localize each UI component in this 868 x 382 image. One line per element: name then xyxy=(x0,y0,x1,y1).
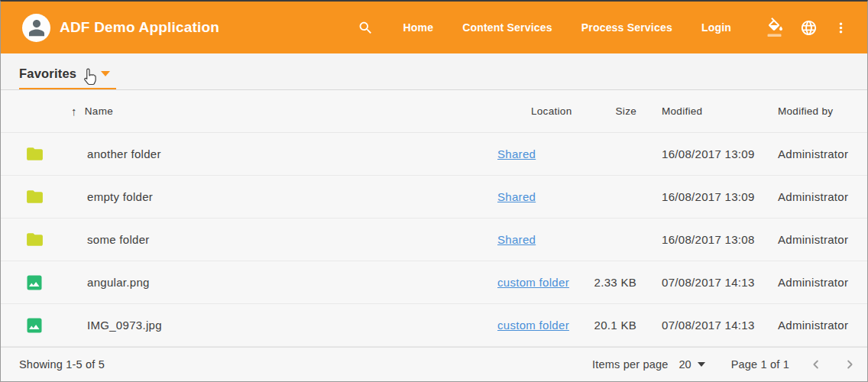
chevron-right-icon xyxy=(843,358,857,371)
table-row[interactable]: some folder Shared 16/08/2017 13:08 Admi… xyxy=(1,219,867,261)
location-link[interactable]: Shared xyxy=(497,147,536,160)
items-per-page-select[interactable]: 20 xyxy=(679,358,704,371)
view-tab-bar: Favorites xyxy=(1,53,867,90)
cell-modified: 07/08/2017 14:13 xyxy=(636,319,778,332)
cell-modified-by: Administrator xyxy=(778,233,849,246)
items-per-page-label: Items per page xyxy=(592,358,669,371)
column-header-modified-by[interactable]: Modified by xyxy=(778,105,849,117)
cell-modified-by: Administrator xyxy=(778,319,849,332)
column-header-location[interactable]: Location xyxy=(497,105,585,117)
chevron-left-icon xyxy=(809,358,823,371)
location-link[interactable]: custom folder xyxy=(497,319,569,332)
showing-status: Showing 1-5 of 5 xyxy=(19,358,105,371)
folder-icon xyxy=(25,230,87,249)
cell-modified: 16/08/2017 13:09 xyxy=(636,190,778,203)
nav-login[interactable]: Login xyxy=(701,21,731,34)
column-header-modified[interactable]: Modified xyxy=(636,105,778,117)
items-per-page-value: 20 xyxy=(679,358,691,371)
column-header-name[interactable]: ↑ Name xyxy=(71,105,497,118)
next-page-button[interactable] xyxy=(843,358,857,371)
chevron-down-icon xyxy=(101,71,110,76)
page-status: Page 1 of 1 xyxy=(731,358,789,371)
cell-modified: 16/08/2017 13:08 xyxy=(636,233,778,246)
person-icon xyxy=(25,16,48,39)
nav-home[interactable]: Home xyxy=(403,21,433,34)
tab-favorites[interactable]: Favorites xyxy=(19,66,116,89)
header-icon-group xyxy=(766,18,849,37)
cell-modified: 16/08/2017 13:09 xyxy=(636,147,778,160)
cell-name[interactable]: IMG_0973.jpg xyxy=(87,319,497,332)
location-link[interactable]: Shared xyxy=(497,233,536,246)
app-window: ADF Demo Application Home Content Servic… xyxy=(0,0,868,382)
cell-modified-by: Administrator xyxy=(778,276,849,289)
theme-color-fill-icon[interactable] xyxy=(766,18,785,37)
previous-page-button[interactable] xyxy=(809,358,823,371)
cell-modified-by: Administrator xyxy=(778,147,849,160)
header-nav: Home Content Services Process Services L… xyxy=(358,18,849,37)
folder-icon xyxy=(25,144,87,163)
sort-ascending-icon: ↑ xyxy=(71,105,77,118)
tab-favorites-label: Favorites xyxy=(19,66,76,81)
cell-size: 2.33 KB xyxy=(585,276,636,289)
image-file-icon xyxy=(25,316,87,335)
cell-name[interactable]: angular.png xyxy=(87,276,497,289)
cell-name[interactable]: another folder xyxy=(87,147,497,160)
search-icon[interactable] xyxy=(358,20,374,36)
image-file-icon xyxy=(25,274,87,292)
table-row[interactable]: angular.png custom folder 2.33 KB 07/08/… xyxy=(1,261,867,304)
table-row[interactable]: IMG_0973.jpg custom folder 20.1 KB 07/08… xyxy=(1,304,867,347)
more-vert-icon[interactable] xyxy=(833,20,849,36)
chevron-down-icon xyxy=(698,362,705,367)
app-title: ADF Demo Application xyxy=(60,19,219,36)
cell-modified: 07/08/2017 14:13 xyxy=(636,276,778,289)
cell-size: 20.1 KB xyxy=(585,319,636,332)
cell-modified-by: Administrator xyxy=(778,190,849,203)
column-header-size[interactable]: Size xyxy=(585,105,636,117)
cell-name[interactable]: empty folder xyxy=(87,190,497,203)
table-row[interactable]: another folder Shared 16/08/2017 13:09 A… xyxy=(1,133,867,176)
nav-content-services[interactable]: Content Services xyxy=(462,21,552,34)
cell-name[interactable]: some folder xyxy=(87,233,497,246)
table-row[interactable]: empty folder Shared 16/08/2017 13:09 Adm… xyxy=(1,176,867,219)
avatar xyxy=(22,14,50,42)
nav-process-services[interactable]: Process Services xyxy=(581,21,672,34)
language-globe-icon[interactable] xyxy=(800,19,818,37)
table-header-row: ↑ Name Location Size Modified Modified b… xyxy=(1,90,867,133)
location-link[interactable]: custom folder xyxy=(497,276,569,289)
pagination-bar: Showing 1-5 of 5 Items per page 20 Page … xyxy=(1,347,867,380)
location-link[interactable]: Shared xyxy=(497,190,536,203)
app-header: ADF Demo Application Home Content Servic… xyxy=(1,2,867,53)
pager-controls: Items per page 20 Page 1 of 1 xyxy=(592,358,857,371)
folder-icon xyxy=(25,187,87,206)
